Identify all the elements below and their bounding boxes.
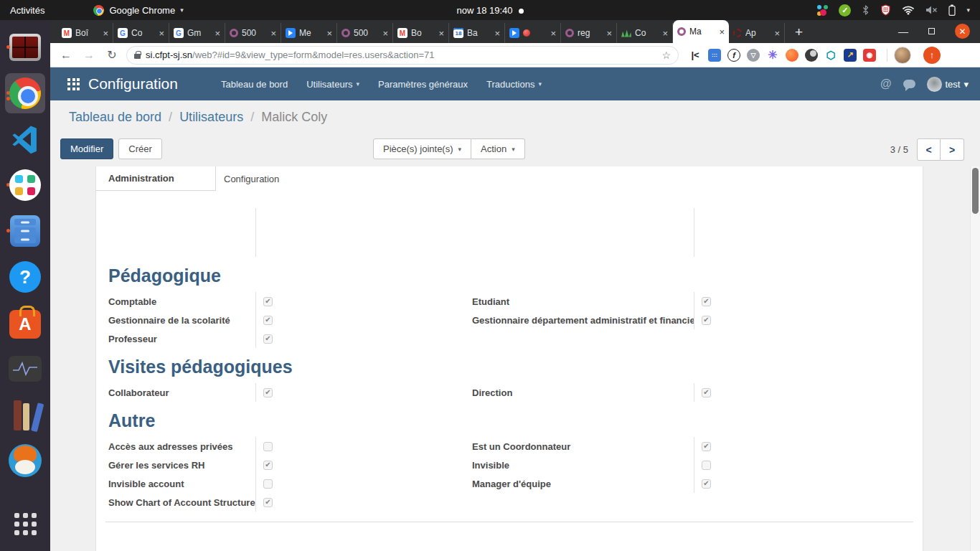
extension-icon[interactable]: |< [689,49,702,62]
browser-tab[interactable]: Me× [281,23,337,43]
odoo-favicon [565,29,574,37]
create-button[interactable]: Créer [118,138,162,159]
apps-grid-icon[interactable] [67,78,80,90]
checkbox-checked[interactable] [702,479,711,489]
menu-label: Traductions [486,79,534,90]
checkbox-checked[interactable] [702,442,711,451]
reload-icon[interactable]: ↻ [103,48,121,62]
edit-button[interactable]: Modifier [60,138,113,159]
checkbox-checked[interactable] [702,297,711,306]
tab-close-button[interactable]: × [719,27,725,37]
checkbox-checked[interactable] [263,297,273,306]
dock-chrome[interactable] [5,73,45,113]
new-tab-button[interactable]: + [785,24,813,43]
tab-close-button[interactable]: × [606,28,612,39]
mentions-icon[interactable]: @ [880,77,892,90]
dock-terminator[interactable] [5,27,45,67]
scrollbar-thumb[interactable] [972,168,979,214]
tab-close-button[interactable]: × [382,28,388,39]
attachments-button[interactable]: Pièce(s) jointe(s)▾ [373,138,471,159]
dock-help[interactable]: ? [5,257,45,297]
checkbox-checked[interactable] [263,316,273,325]
browser-tab[interactable]: × [505,23,561,43]
menu-item[interactable]: Utilisateurs▾ [306,79,359,90]
browser-tab[interactable]: Ap× [729,23,785,43]
checkbox-checked[interactable] [263,498,273,507]
menu-item[interactable]: Paramètres généraux [378,79,468,90]
pager-next-button[interactable]: > [941,138,964,161]
browser-tab[interactable]: 500× [337,23,393,43]
checkbox-checked[interactable] [263,388,273,397]
extension-icon[interactable] [805,49,818,62]
extension-icon[interactable]: ::: [708,49,721,62]
minimize-button[interactable]: — [898,26,908,37]
tab-close-button[interactable]: × [550,28,556,39]
browser-tab[interactable]: GCo× [113,23,169,43]
browser-tab[interactable]: MBo× [393,23,449,43]
user-menu[interactable]: test ▾ [927,77,969,92]
forward-icon[interactable]: → [80,49,98,62]
profile-avatar[interactable] [894,47,911,64]
tab-close-button[interactable]: × [494,28,500,39]
tab-close-button[interactable]: × [438,28,444,39]
category-row: Administration Configuration [96,166,923,191]
dock-system-monitor[interactable] [5,349,45,389]
url-text[interactable]: si.cfpt-sj.sn/web?#id=9&view_type=form&m… [146,50,656,60]
app-title[interactable]: Configuration [88,75,178,93]
checkbox-checked[interactable] [702,316,711,325]
browser-tab[interactable]: reg× [561,23,617,43]
extension-icon[interactable]: ◉ [863,49,876,62]
dock-files[interactable] [5,211,45,251]
extension-icon[interactable]: f [727,49,740,62]
tab-close-button[interactable]: × [103,28,108,39]
checkbox-cell [694,383,913,402]
checkbox-row: Gérer les services RHInvisible [108,456,913,474]
checkbox-checked[interactable] [263,461,273,470]
browser-tab[interactable]: GGm× [169,23,225,43]
extension-icon[interactable]: ⬡ [824,49,837,62]
back-icon[interactable]: ← [57,49,75,62]
dock-mascot-app[interactable] [5,441,45,481]
browser-tab[interactable]: 18Ba× [449,23,505,43]
checkbox-unchecked[interactable] [263,479,273,489]
lock-icon[interactable] [134,54,141,59]
checkbox-checked[interactable] [263,334,273,344]
tab-close-button[interactable]: × [774,28,780,39]
scrollbar[interactable] [970,166,980,551]
tab-close-button[interactable]: × [215,28,220,39]
browser-update-button[interactable]: ↑ [923,47,941,64]
close-button[interactable]: ✕ [955,24,970,39]
checkbox-unchecked[interactable] [702,461,711,470]
dock-calibre[interactable] [5,395,45,435]
breadcrumb-link[interactable]: Tableau de bord [69,110,161,125]
clock[interactable]: now 18 19:40 [0,5,980,16]
checkbox-unchecked[interactable] [263,442,273,451]
browser-tab[interactable]: MBoî× [57,23,113,43]
extension-icon[interactable] [786,49,798,62]
tab-close-button[interactable]: × [270,28,276,39]
dock-ubuntu-software[interactable]: A [5,303,45,343]
checkbox-checked[interactable] [702,388,711,397]
dock-app-grid[interactable] [5,504,45,544]
pager-previous-button[interactable]: < [917,138,941,161]
browser-tab[interactable]: 500× [225,23,281,43]
browser-tab[interactable]: Ma× [673,20,729,43]
bookmark-star-icon[interactable]: ☆ [661,50,671,61]
breadcrumb-link[interactable]: Utilisateurs [179,110,243,125]
menu-item[interactable]: Traductions▾ [486,79,542,90]
menu-item[interactable]: Tableau de bord [221,79,288,90]
extension-icon[interactable]: ▽ [747,49,760,62]
action-button[interactable]: Action▾ [471,138,525,159]
extension-icon[interactable]: ✳ [766,49,779,62]
restore-button[interactable] [928,28,935,34]
messages-icon[interactable] [903,80,915,88]
dock-slack[interactable] [5,165,45,205]
address-bar[interactable]: si.cfpt-sj.sn/web?#id=9&view_type=form&m… [126,46,679,65]
tab-close-button[interactable]: × [326,28,332,39]
browser-tab[interactable]: Co× [617,23,673,43]
tab-close-button[interactable]: × [662,28,668,39]
dock-vscode[interactable] [5,119,45,159]
tab-close-button[interactable]: × [159,28,164,39]
extension-icon[interactable]: ↗ [844,49,857,62]
slack-icon[interactable] [817,5,828,16]
